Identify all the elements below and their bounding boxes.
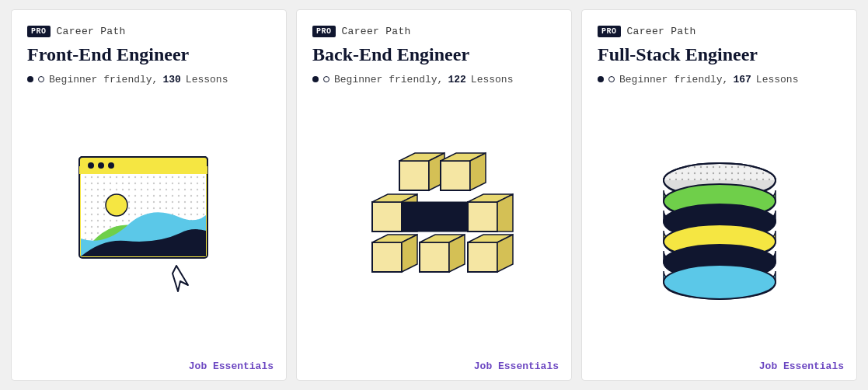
lesson-text: Beginner friendly,	[334, 74, 443, 85]
svg-point-41	[664, 265, 776, 299]
full-stack-illustration	[598, 98, 841, 380]
career-path-label: Career Path	[57, 26, 126, 37]
cards-container: PRO Career Path Front-End Engineer Begin…	[11, 9, 857, 381]
svg-rect-30	[468, 242, 497, 272]
dot-filled-icon	[27, 76, 33, 82]
lesson-count: 167	[733, 74, 751, 85]
lessons-suffix: Lessons	[756, 74, 799, 85]
svg-rect-27	[420, 242, 449, 272]
lesson-text: Beginner friendly,	[49, 74, 158, 85]
back-end-illustration	[312, 98, 556, 380]
lesson-text: Beginner friendly,	[619, 74, 728, 85]
career-path-label: Career Path	[627, 26, 696, 37]
svg-rect-21	[468, 202, 497, 232]
svg-rect-24	[372, 242, 402, 272]
pro-badge: PRO	[27, 26, 51, 37]
svg-point-4	[98, 162, 104, 169]
lesson-info: Beginner friendly, 167 Lessons	[598, 74, 841, 85]
dot-empty-icon	[323, 76, 329, 82]
card-title: Full-Stack Engineer	[598, 44, 841, 66]
dot-empty-icon	[608, 76, 615, 82]
back-end-card[interactable]: PRO Career Path Back-End Engineer Beginn…	[296, 9, 572, 381]
lesson-info: Beginner friendly, 130 Lessons	[27, 74, 270, 85]
dot-empty-icon	[38, 76, 44, 82]
svg-rect-2	[79, 166, 207, 174]
svg-point-5	[108, 162, 114, 169]
full-stack-card[interactable]: PRO Career Path Full-Stack Engineer Begi…	[581, 9, 857, 381]
pro-badge: PRO	[598, 26, 621, 37]
lesson-count: 130	[162, 74, 180, 85]
svg-point-9	[106, 194, 127, 216]
career-path-label: Career Path	[342, 26, 411, 37]
dot-filled-icon	[598, 76, 604, 82]
svg-rect-11	[399, 161, 429, 190]
card-title: Front-End Engineer	[27, 44, 270, 66]
lessons-suffix: Lessons	[471, 74, 514, 85]
pro-badge-row: PRO Career Path	[598, 26, 841, 37]
lessons-suffix: Lessons	[186, 74, 228, 85]
card-title: Back-End Engineer	[312, 44, 556, 66]
lesson-count: 122	[448, 74, 465, 85]
pro-badge-row: PRO Career Path	[312, 26, 556, 37]
svg-rect-14	[441, 161, 470, 190]
card-footer: Job Essentials	[176, 353, 286, 380]
front-end-card[interactable]: PRO Career Path Front-End Engineer Begin…	[11, 9, 287, 381]
front-end-illustration	[27, 98, 270, 380]
svg-point-3	[88, 162, 94, 169]
card-footer: Job Essentials	[462, 353, 571, 380]
dot-filled-icon	[312, 76, 319, 82]
card-footer: Job Essentials	[747, 353, 856, 380]
svg-rect-17	[372, 202, 402, 232]
svg-rect-20	[402, 202, 468, 232]
pro-badge: PRO	[312, 26, 336, 37]
svg-marker-10	[173, 266, 188, 291]
pro-badge-row: PRO Career Path	[27, 26, 270, 37]
lesson-info: Beginner friendly, 122 Lessons	[312, 74, 556, 85]
